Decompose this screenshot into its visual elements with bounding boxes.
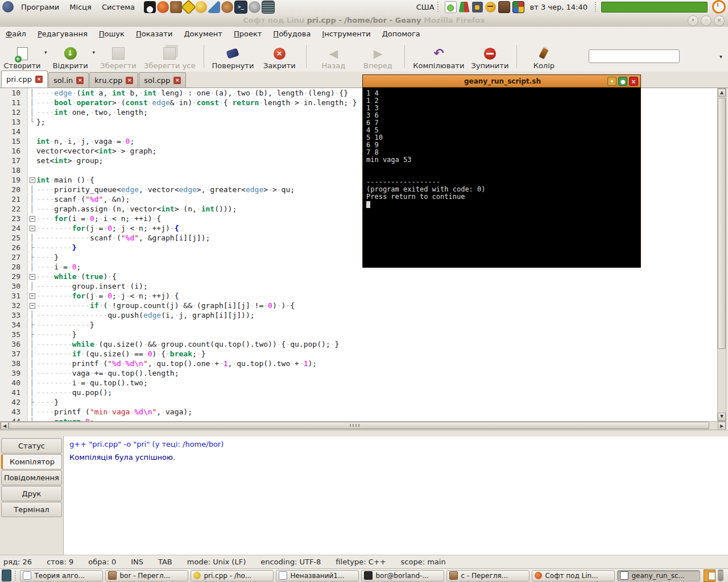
update-icon[interactable]: [459, 2, 470, 13]
task-button[interactable]: Теория алго...: [20, 570, 103, 581]
task-button[interactable]: bor@borland-...: [361, 570, 444, 581]
lamp-icon[interactable]: [195, 1, 207, 13]
terminal-titlebar[interactable]: geany_run_script.sh • ● ×: [363, 75, 640, 88]
trash-icon[interactable]: [718, 569, 723, 581]
terminal-window[interactable]: geany_run_script.sh • ● × 1 4 1 2 1 3 3 …: [362, 74, 641, 268]
gear-icon[interactable]: [249, 1, 260, 13]
tab-close-icon[interactable]: ×: [173, 77, 181, 84]
scroll-left-arrow[interactable]: ◀: [1, 422, 9, 430]
terminal-maximize-button[interactable]: ●: [618, 77, 627, 86]
compile-button[interactable]: ↶Компілювати: [410, 43, 468, 70]
fold-margin[interactable]: [28, 291, 36, 301]
fold-margin[interactable]: [28, 156, 36, 165]
menu-Документ[interactable]: Документ: [178, 30, 228, 38]
panel-menu-Система[interactable]: Система: [97, 0, 140, 14]
penguin-icon[interactable]: [144, 1, 156, 13]
beast-icon[interactable]: [170, 1, 182, 13]
gnome-menu-icon[interactable]: [2, 1, 14, 13]
fold-margin[interactable]: │: [28, 194, 36, 204]
workspace-switcher[interactable]: [704, 569, 715, 582]
new-button[interactable]: Створити: [0, 43, 44, 70]
fold-margin[interactable]: ├: [28, 397, 36, 407]
panel-tab-Друк[interactable]: Друк: [1, 486, 62, 501]
fold-margin[interactable]: │: [28, 339, 36, 349]
panel-tab-Термінал[interactable]: Термінал: [1, 502, 62, 517]
tab-close-icon[interactable]: ×: [35, 76, 43, 83]
warning-icon[interactable]: [181, 0, 196, 14]
fold-margin[interactable]: │: [28, 349, 36, 359]
new-button-dropdown[interactable]: ▾: [44, 49, 47, 55]
fold-margin[interactable]: │: [28, 107, 36, 117]
fold-margin[interactable]: │: [28, 388, 36, 397]
tab-kru.cpp[interactable]: kru.cpp×: [89, 72, 138, 88]
close-window-button[interactable]: ×: [714, 15, 725, 26]
menu-Файл[interactable]: Файл: [0, 30, 32, 38]
window-titlebar[interactable]: Софт под Linu pri.cpp - /home/bor - Gean…: [0, 14, 728, 27]
tab-sol.cpp[interactable]: sol.cpp×: [139, 72, 186, 88]
task-button[interactable]: bor - Перегл...: [105, 570, 188, 581]
open-button[interactable]: ↓Відкрити: [48, 43, 93, 70]
panel-menu-Місця[interactable]: Місця: [64, 0, 97, 14]
tab-close-icon[interactable]: ×: [126, 77, 133, 84]
fold-margin[interactable]: │: [28, 310, 36, 320]
task-button[interactable]: Неназваний1...: [276, 570, 359, 581]
fold-margin[interactable]: │: [28, 281, 36, 291]
tab-close-icon[interactable]: ×: [76, 77, 84, 84]
fold-margin[interactable]: ├: [28, 252, 36, 262]
package-icon[interactable]: [208, 1, 220, 13]
tab-pri.cpp[interactable]: pri.cpp×: [1, 70, 48, 88]
fold-margin[interactable]: [28, 127, 36, 136]
face-icon[interactable]: [485, 2, 496, 13]
fold-margin[interactable]: [28, 165, 36, 175]
fold-margin[interactable]: ├: [28, 243, 36, 252]
panel-menu-Програми[interactable]: Програми: [16, 0, 64, 14]
notes-icon[interactable]: [262, 1, 275, 14]
fold-margin[interactable]: │: [28, 359, 36, 368]
task-button[interactable]: geany_run_sc...: [617, 570, 700, 581]
terminal-minimize-button[interactable]: •: [607, 77, 617, 86]
terminal-output[interactable]: 1 4 1 2 1 3 3 6 6 7 4 5 5 10 6 9 7 8 min…: [363, 88, 640, 268]
menu-Інструменти[interactable]: Інструменти: [316, 30, 376, 38]
panel-tab-Повідомлення[interactable]: Повідомлення: [1, 470, 62, 485]
fold-margin[interactable]: ├: [28, 330, 36, 339]
fold-margin[interactable]: [28, 136, 36, 146]
fold-margin[interactable]: [28, 301, 36, 310]
menu-Пошук[interactable]: Пошук: [93, 30, 130, 38]
menu-Редагування[interactable]: Редагування: [32, 30, 93, 38]
vertical-scroll-thumb[interactable]: [718, 98, 726, 349]
fold-margin[interactable]: │: [28, 233, 36, 243]
fold-box-icon[interactable]: [30, 216, 35, 222]
fold-box-icon[interactable]: [30, 274, 35, 280]
fold-box-icon[interactable]: [30, 226, 35, 231]
security-icon[interactable]: [472, 2, 483, 13]
fold-margin[interactable]: ├: [28, 320, 36, 330]
scroll-up-arrow[interactable]: ▲: [718, 89, 726, 97]
show-desktop-button[interactable]: [2, 569, 11, 581]
fold-margin[interactable]: │: [28, 368, 36, 378]
minimize-button[interactable]: •: [688, 15, 698, 26]
task-button[interactable]: с - Перегля...: [446, 570, 530, 581]
fold-margin[interactable]: [28, 223, 36, 233]
terminal-icon[interactable]: >_: [234, 1, 247, 14]
open-button-dropdown[interactable]: ▾: [93, 49, 96, 55]
menu-Показати[interactable]: Показати: [130, 30, 178, 38]
toolbar-entry[interactable]: [589, 49, 680, 63]
menu-Допомога[interactable]: Допомога: [377, 30, 426, 38]
panel-tab-Статус[interactable]: Статус: [1, 438, 62, 454]
fold-margin[interactable]: │: [28, 98, 36, 107]
toolbar-overflow-caret[interactable]: ▾: [719, 53, 722, 60]
fold-margin[interactable]: │: [28, 378, 36, 388]
menu-Побудова[interactable]: Побудова: [267, 30, 316, 38]
terminal-close-button[interactable]: ×: [629, 77, 638, 86]
fold-margin[interactable]: [28, 175, 36, 185]
fold-margin[interactable]: [28, 272, 36, 281]
task-button[interactable]: pri.cpp - /ho...: [191, 570, 274, 581]
fold-margin[interactable]: │: [28, 262, 36, 272]
tab-sol.in[interactable]: sol.in×: [48, 72, 89, 88]
fold-box-icon[interactable]: [30, 303, 35, 309]
scroll-down-arrow[interactable]: ▼: [718, 413, 726, 421]
clock[interactable]: вт 3 чер, 14:40: [526, 3, 592, 11]
fold-margin[interactable]: [28, 146, 36, 156]
close-button[interactable]: ×Закрити: [257, 43, 301, 70]
chat-icon[interactable]: [445, 1, 457, 13]
